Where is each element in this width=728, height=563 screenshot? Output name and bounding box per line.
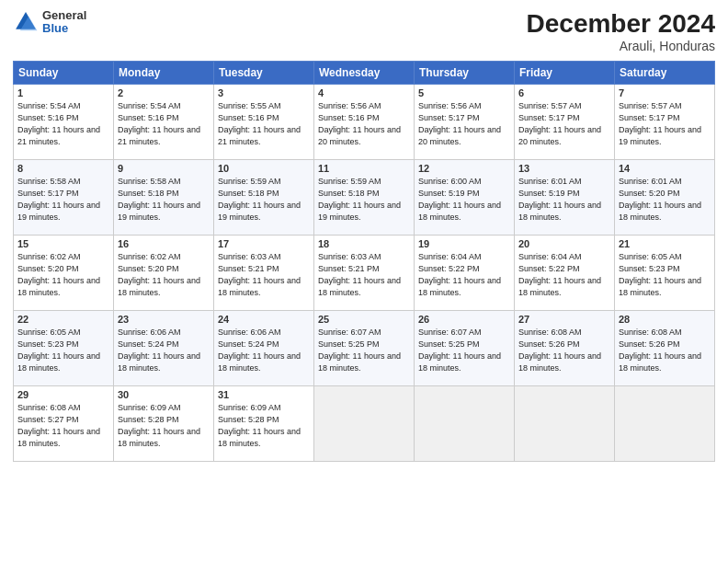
- day-cell-17: 17Sunrise: 6:03 AMSunset: 5:21 PMDayligh…: [214, 236, 314, 311]
- calendar-table: SundayMondayTuesdayWednesdayThursdayFrid…: [13, 61, 715, 462]
- day-info: Sunrise: 6:06 AMSunset: 5:24 PMDaylight:…: [118, 327, 210, 374]
- empty-cell: [314, 386, 415, 462]
- day-cell-27: 27Sunrise: 6:08 AMSunset: 5:26 PMDayligh…: [515, 311, 615, 386]
- logo-text: General Blue: [42, 9, 86, 36]
- day-info: Sunrise: 6:03 AMSunset: 5:21 PMDaylight:…: [218, 251, 310, 299]
- day-cell-8: 8Sunrise: 5:58 AMSunset: 5:17 PMDaylight…: [14, 160, 114, 236]
- month-year-title: December 2024: [527, 9, 715, 39]
- day-number: 28: [619, 314, 711, 325]
- day-info: Sunrise: 5:58 AMSunset: 5:18 PMDaylight:…: [118, 176, 210, 224]
- day-number: 7: [619, 87, 711, 98]
- day-cell-28: 28Sunrise: 6:08 AMSunset: 5:26 PMDayligh…: [615, 311, 715, 386]
- day-info: Sunrise: 6:08 AMSunset: 5:26 PMDaylight:…: [619, 327, 711, 374]
- day-info: Sunrise: 6:01 AMSunset: 5:20 PMDaylight:…: [619, 176, 711, 224]
- day-info: Sunrise: 6:00 AMSunset: 5:19 PMDaylight:…: [418, 176, 510, 224]
- logo-general: General: [42, 9, 86, 22]
- calendar-week-2: 8Sunrise: 5:58 AMSunset: 5:17 PMDaylight…: [14, 160, 715, 236]
- logo-icon: [13, 9, 39, 35]
- day-info: Sunrise: 6:02 AMSunset: 5:20 PMDaylight:…: [118, 251, 210, 299]
- day-info: Sunrise: 6:09 AMSunset: 5:28 PMDaylight:…: [218, 402, 310, 450]
- day-info: Sunrise: 6:08 AMSunset: 5:26 PMDaylight:…: [518, 327, 610, 374]
- day-cell-25: 25Sunrise: 6:07 AMSunset: 5:25 PMDayligh…: [314, 311, 415, 386]
- day-cell-11: 11Sunrise: 5:59 AMSunset: 5:18 PMDayligh…: [314, 160, 415, 236]
- location-subtitle: Arauli, Honduras: [527, 39, 715, 53]
- logo-blue: Blue: [42, 22, 86, 35]
- day-info: Sunrise: 6:04 AMSunset: 5:22 PMDaylight:…: [418, 251, 510, 299]
- day-cell-26: 26Sunrise: 6:07 AMSunset: 5:25 PMDayligh…: [415, 311, 515, 386]
- empty-cell: [415, 386, 515, 462]
- day-info: Sunrise: 5:55 AMSunset: 5:16 PMDaylight:…: [218, 100, 310, 148]
- day-info: Sunrise: 5:56 AMSunset: 5:16 PMDaylight:…: [318, 100, 410, 148]
- day-cell-18: 18Sunrise: 6:03 AMSunset: 5:21 PMDayligh…: [314, 236, 415, 311]
- day-number: 5: [418, 87, 510, 98]
- day-number: 16: [118, 238, 210, 249]
- weekday-saturday: Saturday: [615, 62, 715, 85]
- day-number: 1: [17, 87, 109, 98]
- day-number: 30: [118, 389, 210, 400]
- day-info: Sunrise: 6:02 AMSunset: 5:20 PMDaylight:…: [17, 251, 109, 299]
- day-info: Sunrise: 5:54 AMSunset: 5:16 PMDaylight:…: [118, 100, 210, 148]
- day-cell-7: 7Sunrise: 5:57 AMSunset: 5:17 PMDaylight…: [615, 85, 715, 160]
- day-cell-22: 22Sunrise: 6:05 AMSunset: 5:23 PMDayligh…: [14, 311, 114, 386]
- day-number: 19: [418, 238, 510, 249]
- calendar-week-5: 29Sunrise: 6:08 AMSunset: 5:27 PMDayligh…: [14, 386, 715, 462]
- day-number: 15: [17, 238, 109, 249]
- day-cell-3: 3Sunrise: 5:55 AMSunset: 5:16 PMDaylight…: [214, 85, 314, 160]
- day-cell-24: 24Sunrise: 6:06 AMSunset: 5:24 PMDayligh…: [214, 311, 314, 386]
- page-header: General Blue December 2024 Arauli, Hondu…: [13, 9, 715, 53]
- weekday-tuesday: Tuesday: [214, 62, 314, 85]
- day-cell-1: 1Sunrise: 5:54 AMSunset: 5:16 PMDaylight…: [14, 85, 114, 160]
- day-number: 9: [118, 163, 210, 174]
- calendar-week-3: 15Sunrise: 6:02 AMSunset: 5:20 PMDayligh…: [14, 236, 715, 311]
- day-cell-15: 15Sunrise: 6:02 AMSunset: 5:20 PMDayligh…: [14, 236, 114, 311]
- weekday-thursday: Thursday: [415, 62, 515, 85]
- day-cell-5: 5Sunrise: 5:56 AMSunset: 5:17 PMDaylight…: [415, 85, 515, 160]
- day-info: Sunrise: 5:57 AMSunset: 5:17 PMDaylight:…: [518, 100, 610, 148]
- weekday-header-row: SundayMondayTuesdayWednesdayThursdayFrid…: [14, 62, 715, 85]
- day-number: 11: [318, 163, 410, 174]
- weekday-friday: Friday: [515, 62, 615, 85]
- day-cell-21: 21Sunrise: 6:05 AMSunset: 5:23 PMDayligh…: [615, 236, 715, 311]
- day-number: 13: [518, 163, 610, 174]
- title-block: December 2024 Arauli, Honduras: [527, 9, 715, 53]
- day-info: Sunrise: 6:01 AMSunset: 5:19 PMDaylight:…: [518, 176, 610, 224]
- day-info: Sunrise: 5:58 AMSunset: 5:17 PMDaylight:…: [17, 176, 109, 224]
- day-number: 29: [17, 389, 109, 400]
- empty-cell: [615, 386, 715, 462]
- day-cell-10: 10Sunrise: 5:59 AMSunset: 5:18 PMDayligh…: [214, 160, 314, 236]
- day-number: 24: [218, 314, 310, 325]
- day-cell-29: 29Sunrise: 6:08 AMSunset: 5:27 PMDayligh…: [14, 386, 114, 462]
- calendar-body: 1Sunrise: 5:54 AMSunset: 5:16 PMDaylight…: [14, 85, 715, 462]
- day-cell-4: 4Sunrise: 5:56 AMSunset: 5:16 PMDaylight…: [314, 85, 415, 160]
- day-info: Sunrise: 6:07 AMSunset: 5:25 PMDaylight:…: [418, 327, 510, 374]
- day-number: 27: [518, 314, 610, 325]
- day-info: Sunrise: 6:08 AMSunset: 5:27 PMDaylight:…: [17, 402, 109, 450]
- logo: General Blue: [13, 9, 86, 36]
- day-cell-19: 19Sunrise: 6:04 AMSunset: 5:22 PMDayligh…: [415, 236, 515, 311]
- day-cell-16: 16Sunrise: 6:02 AMSunset: 5:20 PMDayligh…: [114, 236, 214, 311]
- day-number: 31: [218, 389, 310, 400]
- day-info: Sunrise: 6:04 AMSunset: 5:22 PMDaylight:…: [518, 251, 610, 299]
- day-info: Sunrise: 5:54 AMSunset: 5:16 PMDaylight:…: [17, 100, 109, 148]
- day-cell-2: 2Sunrise: 5:54 AMSunset: 5:16 PMDaylight…: [114, 85, 214, 160]
- day-number: 8: [17, 163, 109, 174]
- day-info: Sunrise: 5:56 AMSunset: 5:17 PMDaylight:…: [418, 100, 510, 148]
- day-cell-6: 6Sunrise: 5:57 AMSunset: 5:17 PMDaylight…: [515, 85, 615, 160]
- empty-cell: [515, 386, 615, 462]
- day-cell-23: 23Sunrise: 6:06 AMSunset: 5:24 PMDayligh…: [114, 311, 214, 386]
- day-info: Sunrise: 6:06 AMSunset: 5:24 PMDaylight:…: [218, 327, 310, 374]
- day-number: 17: [218, 238, 310, 249]
- weekday-sunday: Sunday: [14, 62, 114, 85]
- day-info: Sunrise: 6:09 AMSunset: 5:28 PMDaylight:…: [118, 402, 210, 450]
- weekday-wednesday: Wednesday: [314, 62, 415, 85]
- day-info: Sunrise: 5:59 AMSunset: 5:18 PMDaylight:…: [318, 176, 410, 224]
- day-cell-12: 12Sunrise: 6:00 AMSunset: 5:19 PMDayligh…: [415, 160, 515, 236]
- day-info: Sunrise: 5:59 AMSunset: 5:18 PMDaylight:…: [218, 176, 310, 224]
- calendar-week-1: 1Sunrise: 5:54 AMSunset: 5:16 PMDaylight…: [14, 85, 715, 160]
- day-cell-13: 13Sunrise: 6:01 AMSunset: 5:19 PMDayligh…: [515, 160, 615, 236]
- day-number: 21: [619, 238, 711, 249]
- day-number: 4: [318, 87, 410, 98]
- day-number: 2: [118, 87, 210, 98]
- day-number: 23: [118, 314, 210, 325]
- day-cell-9: 9Sunrise: 5:58 AMSunset: 5:18 PMDaylight…: [114, 160, 214, 236]
